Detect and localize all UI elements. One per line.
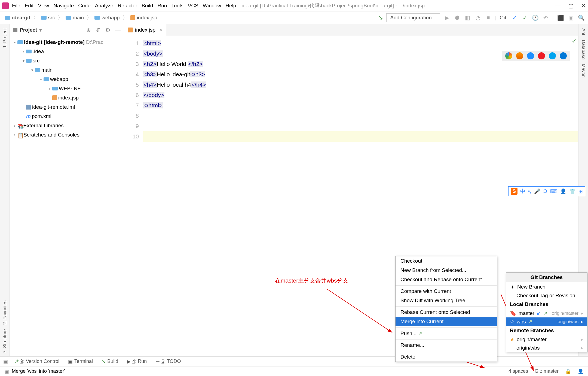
indent-status[interactable]: 4 spaces [509, 368, 528, 374]
menu-item[interactable]: Rebase Current onto Selected [396, 308, 497, 317]
chrome-icon[interactable] [505, 52, 512, 59]
panel-title[interactable]: Project ▾ [13, 27, 42, 33]
menu-item[interactable]: Delete [396, 352, 497, 362]
todo-tool-button[interactable]: ☰6: TODO [155, 359, 181, 365]
folder-icon [41, 16, 47, 20]
project-tree[interactable]: ▾idea-git [idea-git-remote] D:\Prac ›.id… [10, 36, 124, 366]
ime-mic-icon[interactable]: 🎤 [534, 188, 541, 195]
menu-navigate[interactable]: Navigate [53, 3, 74, 9]
minimize-icon[interactable]: — [555, 2, 561, 9]
ime-punct-icon[interactable]: •, [528, 188, 531, 194]
checkout-tag-item[interactable]: Checkout Tag or Revision... [506, 292, 587, 300]
tab-close-icon[interactable]: × [159, 27, 162, 33]
menu-run[interactable]: Run [157, 3, 167, 9]
avatar-icon[interactable]: 👤 [578, 368, 584, 374]
close-icon[interactable]: ✕ [581, 2, 586, 9]
maven-tool-button[interactable]: Maven [581, 62, 586, 80]
git-update-icon[interactable]: ✓ [511, 14, 518, 21]
ant-tool-button[interactable]: Ant [581, 26, 586, 38]
breadcrumb-item[interactable]: main [64, 14, 85, 21]
menu-edit[interactable]: Edit [25, 3, 34, 9]
git-history-icon[interactable]: 🕐 [532, 14, 539, 21]
branch-item[interactable]: ★origin/master▸ [506, 335, 587, 344]
jsp-file-icon [52, 95, 57, 100]
branch-item-master[interactable]: 🔖master↙↗origin/master▸ [506, 309, 587, 317]
branch-item[interactable]: origin/wbs▸ [506, 344, 587, 352]
database-tool-button[interactable]: Database [581, 38, 586, 62]
ime-tool-icon[interactable]: ⊞ [578, 188, 583, 195]
ime-user-icon[interactable]: 👤 [560, 188, 566, 195]
menu-item[interactable]: New Branch from Selected... [396, 266, 497, 275]
inspection-icon[interactable]: ✓ [572, 38, 577, 45]
git-revert-icon[interactable]: ↶ [542, 14, 549, 21]
menu-analyze[interactable]: Analyze [95, 3, 114, 9]
menu-refactor[interactable]: Refactor [118, 3, 137, 9]
menu-item[interactable]: Checkout and Rebase onto Current [396, 275, 497, 284]
new-branch-item[interactable]: ＋New Branch [506, 282, 587, 292]
menu-item[interactable]: Compare with Current [396, 287, 497, 296]
plus-icon: ＋ [510, 283, 515, 290]
window-icon[interactable]: ▣ [3, 359, 10, 365]
menu-file[interactable]: File [12, 3, 20, 9]
gear-icon[interactable]: ⚙ [105, 27, 110, 33]
breadcrumb-item[interactable]: idea-git [3, 14, 32, 21]
ime-skin-icon[interactable]: 👕 [569, 188, 576, 195]
project-tool-button[interactable]: 1: Project [2, 26, 8, 50]
menu-window[interactable]: Window [203, 3, 221, 9]
menu-build[interactable]: Build [142, 3, 153, 9]
menu-vcs[interactable]: VCS [188, 3, 198, 9]
maven-icon: m [26, 113, 31, 119]
vcs-tool-button[interactable]: ⎇9: Version Control [13, 359, 59, 365]
branch-item-wbs[interactable]: ☆wbs↗origin/wbs▸ [506, 317, 587, 326]
run-icon[interactable]: ▶ [443, 14, 451, 21]
menu-item[interactable]: Push... ↗ [396, 329, 497, 338]
titlebar: File Edit View Navigate Code Analyze Ref… [0, 0, 588, 11]
project-panel: Project ▾ ⊕ ⇵ ⚙ — ▾idea-git [idea-git-re… [10, 24, 124, 366]
favorites-tool-button[interactable]: 2: Favorites [2, 298, 8, 327]
ime-keyboard-icon[interactable]: ⌨ [550, 188, 557, 195]
terminal-tool-button[interactable]: ▣Terminal [68, 359, 93, 365]
opera-icon[interactable] [538, 52, 545, 59]
structure-tool-button[interactable]: 7: Structure [2, 327, 8, 355]
hierarchy-icon[interactable]: ⬛ [557, 14, 564, 21]
target-icon[interactable]: ⊕ [86, 27, 91, 33]
menu-item-merge[interactable]: Merge into Current [396, 317, 497, 326]
ime-logo-icon[interactable]: S [511, 188, 517, 195]
maximize-icon[interactable]: ▢ [568, 2, 574, 9]
menu-item[interactable]: Rename... [396, 341, 497, 350]
breadcrumb-item[interactable]: index.jsp [129, 14, 159, 21]
safari-icon[interactable] [527, 52, 534, 59]
git-commit-icon[interactable]: ✓ [521, 14, 528, 21]
breadcrumb-item[interactable]: src [39, 14, 57, 21]
menu-item[interactable]: Checkout [396, 256, 497, 266]
folder-icon [44, 77, 49, 81]
hide-icon[interactable]: — [115, 27, 121, 33]
menu-tools[interactable]: Tools [171, 3, 183, 9]
breadcrumb-item[interactable]: webapp [93, 14, 121, 21]
window-icon[interactable]: ▣ [567, 14, 574, 21]
jsp-file-icon [130, 15, 135, 20]
menu-view[interactable]: View [38, 3, 49, 9]
run-config-button[interactable]: Add Configuration... [386, 13, 440, 22]
ime-lang-icon[interactable]: 中 [520, 188, 525, 195]
firefox-icon[interactable] [516, 52, 523, 59]
search-icon[interactable]: 🔍 [578, 14, 585, 21]
ie-icon[interactable] [549, 52, 556, 59]
build-tool-button[interactable]: ↘Build [102, 359, 118, 365]
build-icon[interactable]: ↘ [378, 14, 383, 21]
git-branch-status[interactable]: Git: master [535, 368, 559, 374]
profile-icon[interactable]: ◔ [474, 14, 482, 21]
menu-item[interactable]: Show Diff with Working Tree [396, 296, 497, 305]
collapse-icon[interactable]: ⇵ [96, 27, 100, 33]
menu-code[interactable]: Code [78, 3, 90, 9]
debug-icon[interactable]: ⬢ [454, 14, 461, 21]
editor-tab[interactable]: index.jsp × [124, 24, 166, 36]
edge-icon[interactable] [560, 52, 567, 59]
menu-help[interactable]: Help [225, 3, 236, 9]
panel-header: Project ▾ ⊕ ⇵ ⚙ — [10, 24, 124, 36]
coverage-icon[interactable]: ◧ [464, 14, 471, 21]
stop-icon[interactable]: ■ [485, 14, 492, 21]
run-tool-button[interactable]: ▶4: Run [127, 359, 147, 365]
lock-icon[interactable]: 🔒 [565, 368, 571, 374]
ime-omega-icon[interactable]: Ω [543, 188, 547, 194]
